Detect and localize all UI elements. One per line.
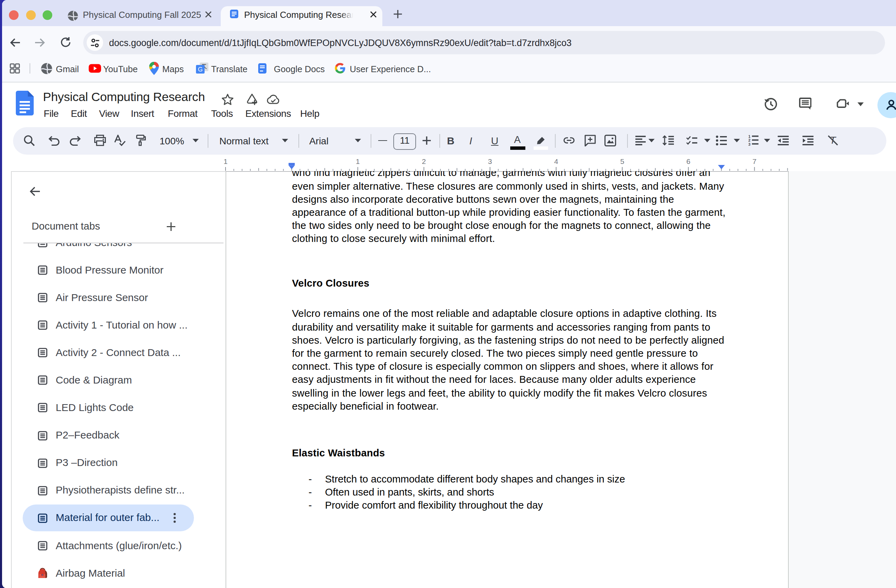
svg-text:5: 5: [620, 157, 625, 165]
svg-text:2: 2: [748, 138, 750, 143]
svg-text:1: 1: [224, 157, 228, 165]
svg-text:3: 3: [488, 157, 492, 165]
svg-text:6: 6: [687, 157, 691, 165]
svg-text:2: 2: [422, 157, 426, 165]
svg-text:1: 1: [356, 157, 360, 165]
svg-text:4: 4: [555, 157, 559, 165]
svg-text:3: 3: [748, 142, 750, 146]
svg-text:G: G: [198, 65, 203, 73]
svg-text:7: 7: [753, 157, 757, 165]
